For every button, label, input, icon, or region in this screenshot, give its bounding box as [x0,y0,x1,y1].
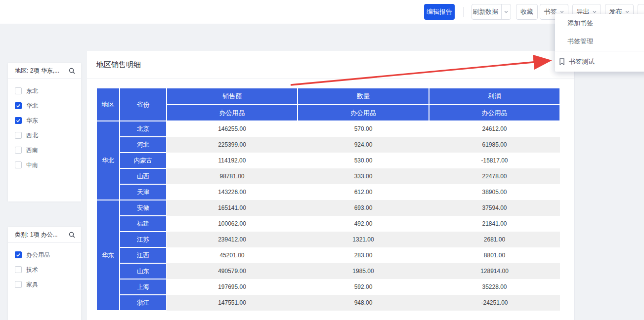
category-filter-card: 类别: 1项 办公... 办公用品技术家具 [8,227,81,320]
table-row: 内蒙古114192.00530.00-15817.00 [96,153,560,168]
province-cell: 内蒙古 [120,153,167,168]
filter-option-label: 中南 [26,161,38,169]
subcolumn-header-office-supplies: 办公用品 [298,105,429,121]
checkbox-unchecked[interactable] [15,132,22,139]
province-cell: 安徽 [120,200,167,216]
favorite-label: 收藏 [520,7,533,16]
value-cell: 24612.00 [429,121,560,137]
report-title-bar: 地区销售明细 [87,51,574,79]
filter-option-label: 家具 [26,280,38,289]
bookmark-dropdown-menu: 添加书签 书签管理 书签测试 [555,14,644,72]
refresh-data-label: 刷新数据 [472,4,499,19]
table-row: 浙江147551.00948.00-24251.00 [96,295,560,311]
table-row: 河北225399.00924.0061985.00 [96,137,560,153]
sales-detail-table: 地区 省份 销售额 数量 利润 办公用品 办公用品 办公用品 华北北京14625… [96,88,560,311]
category-filter-title: 类别: 1项 办公... [15,231,58,239]
checkbox-checked[interactable] [15,251,22,258]
filter-option[interactable]: 办公用品 [15,247,81,262]
filter-option[interactable]: 家具 [15,277,81,292]
value-cell: 333.00 [298,168,429,184]
value-cell: 8801.00 [429,247,560,263]
filter-option[interactable]: 西北 [15,128,81,143]
favorite-button[interactable]: 收藏 [516,4,538,20]
checkbox-unchecked[interactable] [15,147,22,154]
subcolumn-header-office-supplies: 办公用品 [429,105,560,121]
search-icon[interactable] [69,68,75,74]
province-cell: 北京 [120,121,167,137]
value-cell: 530.00 [298,153,429,168]
chevron-down-icon[interactable] [501,4,511,19]
value-cell: -15817.00 [429,153,560,168]
province-cell: 福建 [120,216,167,232]
filter-option[interactable]: 东北 [15,83,81,98]
value-cell: 45201.00 [167,247,298,263]
table-row: 山西98781.00333.0022478.00 [96,168,560,184]
filter-option-label: 技术 [26,266,38,274]
province-cell: 上海 [120,279,167,295]
value-cell: 924.00 [298,137,429,153]
filter-header: 类别: 1项 办公... [8,227,81,243]
subcolumn-header-office-supplies: 办公用品 [167,105,298,121]
province-cell: 天津 [120,184,167,200]
value-cell: 165141.00 [167,200,298,216]
checkbox-checked[interactable] [15,117,22,124]
checkbox-unchecked[interactable] [15,266,22,273]
edit-report-button[interactable]: 编辑报告 [424,4,455,20]
category-filter-options: 办公用品技术家具 [8,243,81,292]
province-cell: 江西 [120,247,167,263]
value-cell: 225399.00 [167,137,298,153]
checkbox-checked[interactable] [15,102,22,109]
filter-option[interactable]: 技术 [15,262,81,277]
province-cell: 山西 [120,168,167,184]
value-cell: 1985.00 [298,263,429,279]
value-cell: 612.00 [298,184,429,200]
value-cell: 98781.00 [167,168,298,184]
table-row: 天津143226.00612.0038905.00 [96,184,560,200]
menu-item-manage-bookmarks[interactable]: 书签管理 [555,32,644,51]
menu-item-label: 书签管理 [567,37,593,46]
region-cell: 华北 [96,121,120,200]
value-cell: 283.00 [298,247,429,263]
value-cell: 948.00 [298,295,429,311]
menu-item-label: 添加书签 [567,19,593,28]
filter-header: 地区: 2项 华东,... [8,63,81,79]
report-title: 地区销售明细 [96,60,141,70]
table-row: 江西45201.00283.008801.00 [96,247,560,263]
filter-option-label: 华北 [26,102,38,110]
filter-option[interactable]: 华北 [15,98,81,113]
value-cell: 1321.00 [298,232,429,247]
checkbox-unchecked[interactable] [15,161,22,168]
checkbox-unchecked[interactable] [15,87,22,94]
report-card: 地区销售明细 地区 省份 销售额 数量 利润 办公用品 办公用品 办公用品 华北… [87,51,575,320]
table-row: 华东安徽165141.00693.0037594.00 [96,200,560,216]
filter-option[interactable]: 西南 [15,143,81,158]
value-cell: 37594.00 [429,200,560,216]
value-cell: 146255.00 [167,121,298,137]
toolbar-divider [463,7,464,17]
filter-option[interactable]: 华东 [15,113,81,128]
page: { "toolbar": { "edit_report_label": "编辑报… [0,0,644,320]
filter-option-label: 华东 [26,117,38,125]
value-cell: 61985.00 [429,137,560,153]
table-row: 江苏239412.001321.002681.00 [96,232,560,247]
region-cell: 华东 [96,200,120,311]
value-cell: 592.00 [298,279,429,295]
value-cell: 100062.00 [167,216,298,232]
value-cell: 143226.00 [167,184,298,200]
menu-item-add-bookmark[interactable]: 添加书签 [555,14,644,32]
value-cell: 693.00 [298,200,429,216]
refresh-data-button[interactable]: 刷新数据 [472,4,511,20]
filter-option-label: 西北 [26,131,38,140]
filter-option[interactable]: 中南 [15,158,81,172]
menu-item-label: 书签测试 [569,57,595,66]
column-header-sales: 销售额 [167,88,298,105]
menu-item-bookmark-test[interactable]: 书签测试 [555,51,644,72]
sales-table-body: 华北北京146255.00570.0024612.00河北225399.0092… [96,121,560,311]
region-filter-card: 地区: 2项 华东,... 东北华北华东西北西南中南 [8,63,81,201]
value-cell: 22478.00 [429,168,560,184]
region-filter-title: 地区: 2项 华东,... [15,67,59,75]
search-icon[interactable] [69,232,75,238]
checkbox-unchecked[interactable] [15,281,22,288]
column-header-province: 省份 [120,88,167,121]
column-header-profit: 利润 [429,88,560,105]
